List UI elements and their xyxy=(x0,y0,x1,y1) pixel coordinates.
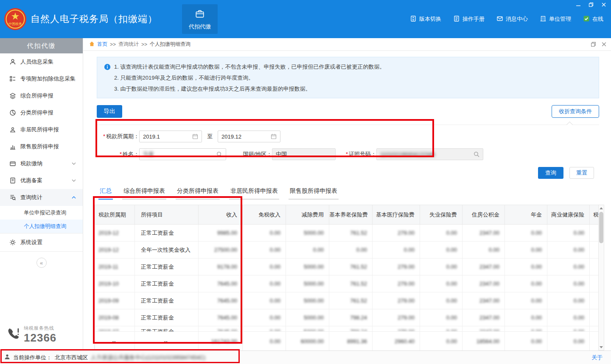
table-row[interactable]: 2019-08正常工资薪金7645.000.005000.00798.24279… xyxy=(95,309,599,326)
notice-line-2: 2. 只能查询2019年及之后的数据，不能进行跨年度查询。 xyxy=(114,72,385,83)
about-link[interactable]: 关于 xyxy=(591,354,603,361)
online-status[interactable]: 在线 xyxy=(583,15,603,23)
list-grid-icon xyxy=(9,75,16,82)
table-cell: 761.52 xyxy=(329,275,373,292)
reset-button[interactable]: 重置 xyxy=(569,167,594,179)
current-unit-detail: 人力资源公共服务中心(12110102395847454C) xyxy=(91,354,205,361)
table-cell: 2347.00 xyxy=(462,309,505,326)
id-number-input[interactable]: 110102199304122345 xyxy=(376,148,483,160)
sidebar-item-personnel-info[interactable]: 人员信息采集 xyxy=(0,53,83,70)
col-header[interactable]: 基本医疗保险费 xyxy=(373,205,420,225)
col-header[interactable]: 年金 xyxy=(505,205,547,225)
calendar-icon[interactable] xyxy=(192,133,198,139)
col-header[interactable]: 基本养老保险费 xyxy=(329,205,373,225)
version-switch-button[interactable]: 版本切换 xyxy=(410,15,441,23)
col-header[interactable]: 税延养老保险 xyxy=(590,205,599,225)
sidebar-item-tax-payment[interactable]: 税款缴纳 xyxy=(0,155,83,172)
statusbar: 当前操作单位：北京市西城区人力资源公共服务中心(1211010239584745… xyxy=(0,350,611,364)
sidebar-item-system-settings[interactable]: 系统设置 xyxy=(0,233,83,252)
sidebar-item-preferential-filing[interactable]: 优惠备案 xyxy=(0,172,83,189)
sidebar-item-comprehensive-income[interactable]: 综合所得申报 xyxy=(0,87,83,104)
table-row[interactable]: 2019-09正常工资薪金7645.000.005000.00761.52279… xyxy=(95,292,599,309)
sidebar-item-query-statistics[interactable]: 查询统计 xyxy=(0,189,83,206)
col-header[interactable]: 失业保险费 xyxy=(420,205,462,225)
calendar-icon[interactable] xyxy=(271,133,277,139)
query-statistics-icon xyxy=(9,194,16,201)
table-cell: 0.00 xyxy=(590,332,599,351)
table-cell: 2347.00 xyxy=(462,326,505,332)
export-button[interactable]: 导出 xyxy=(97,105,122,118)
table-row[interactable]: 2019-10正常工资薪金7645.000.005000.00761.52279… xyxy=(95,275,599,292)
unit-management-button[interactable]: 单位管理 xyxy=(540,15,571,23)
search-icon[interactable] xyxy=(216,151,222,157)
col-header[interactable]: 商业健康保险 xyxy=(547,205,590,225)
topbar-actions: 版本切换 操作手册 消息中心 xyxy=(410,15,603,23)
nationality-label: 国籍/地区： xyxy=(226,150,272,158)
vertical-scroll-thumb[interactable] xyxy=(599,212,603,243)
tab-classified-income[interactable]: 分类所得申报表 xyxy=(176,187,220,200)
table-row[interactable]: 2019-12全年一次性奖金收入27500.000.000.000.000.00… xyxy=(95,242,599,258)
hotline-label: 纳税服务热线 xyxy=(24,325,56,331)
table-cell: 0.00 xyxy=(547,225,590,242)
table-cell: 0.00 xyxy=(420,275,462,292)
period-from-input[interactable]: 2019.1 xyxy=(139,131,202,142)
tab-summary[interactable]: 汇总 xyxy=(98,187,113,200)
table-row[interactable]: 2019-11正常工资薪金9178.000.005000.00761.52279… xyxy=(95,258,599,275)
col-header[interactable]: 减除费用 xyxy=(286,205,329,225)
sidebar-item-special-deduction[interactable]: 专项附加扣除信息采集 xyxy=(0,70,83,87)
tax-bureau-logo: 中国税务 xyxy=(3,7,27,31)
table-cell: 798.24 xyxy=(329,309,373,326)
nationality-input[interactable]: 中国 xyxy=(272,148,336,160)
sidebar-subitem-personal-withholding-query[interactable]: 个人扣缴明细查询 xyxy=(0,220,83,233)
manual-button[interactable]: 操作手册 xyxy=(453,15,485,23)
table-cell: 正常工资薪金 xyxy=(135,292,199,309)
sidebar-item-classified-income[interactable]: 分类所得申报 xyxy=(0,104,83,121)
table-cell: 9985.00 xyxy=(199,225,243,242)
tab-comprehensive-income[interactable]: 综合所得申报表 xyxy=(122,187,166,200)
scroll-down-arrow[interactable] xyxy=(599,344,604,350)
sidebar-header: 代扣代缴 xyxy=(0,38,83,53)
tab-withholding-module[interactable]: 代扣代缴 xyxy=(182,4,218,34)
toggle-query-conditions-button[interactable]: 收折查询条件 xyxy=(552,105,599,118)
tab-restricted-shares[interactable]: 限售股所得申报表 xyxy=(289,187,339,200)
col-header[interactable]: 免税收入 xyxy=(243,205,286,225)
search-button[interactable]: 查询 xyxy=(538,167,563,179)
current-unit-public: 北京市西城区 xyxy=(55,354,88,361)
col-header[interactable]: 所得项目 xyxy=(135,205,199,225)
sidebar-item-restricted-shares[interactable]: 限售股所得申报 xyxy=(0,138,83,155)
breadcrumb-home[interactable]: 首页 xyxy=(97,41,107,48)
col-header[interactable]: 住房公积金 xyxy=(462,205,505,225)
table-cell: 0.00 xyxy=(547,326,590,332)
results-area: 税款所属期 所得项目 收入 免税收入 减除费用 基本养老保险费 基本医疗保险费 … xyxy=(94,205,611,350)
sidebar-subitem-unit-declaration-query[interactable]: 单位申报记录查询 xyxy=(0,206,83,220)
breadcrumb-level1[interactable]: 查询统计 xyxy=(118,41,139,48)
search-icon[interactable] xyxy=(474,151,479,157)
table-cell: 0.00 xyxy=(243,332,286,351)
table-cell: 5000.00 xyxy=(286,258,329,275)
hotline-number: 12366 xyxy=(24,331,56,345)
sidebar-item-nonresident-income[interactable]: 非居民所得申报 xyxy=(0,121,83,138)
message-center-button[interactable]: 消息中心 xyxy=(496,15,528,23)
col-header[interactable]: 收入 xyxy=(199,205,243,225)
chevron-down-icon xyxy=(72,179,76,182)
panel-close-icon[interactable] xyxy=(601,42,607,47)
col-header[interactable]: 税款所属期 xyxy=(95,205,135,225)
table-cell: 0.00 xyxy=(462,242,505,258)
sidebar-collapse-button[interactable]: « xyxy=(36,258,47,268)
tab-nonresident-income[interactable]: 非居民所得申报表 xyxy=(229,187,279,200)
table-summary-row[interactable]: ----161743.000.0060000.008991.362960.400… xyxy=(95,332,599,351)
table-row[interactable]: 2019-12正常工资薪金9985.000.005000.00761.52279… xyxy=(95,225,599,242)
person-icon xyxy=(9,58,16,65)
period-to-input[interactable]: 2019.12 xyxy=(218,131,280,142)
table-row-partial[interactable]: 2019-07正常工资薪金7645.000.005000.00798.24279… xyxy=(95,326,599,332)
result-tabs: 汇总 综合所得申报表 分类所得申报表 非居民所得申报表 限售股所得申报表 xyxy=(98,187,611,200)
scroll-up-arrow[interactable] xyxy=(599,205,604,211)
vertical-scrollbar[interactable] xyxy=(598,205,604,350)
nationality-value: 中国 xyxy=(276,150,332,158)
table-cell: 2019-10 xyxy=(95,275,135,292)
gear-icon xyxy=(9,239,16,246)
sidebar-item-label: 非居民所得申报 xyxy=(20,126,59,133)
name-input[interactable]: 马某 xyxy=(139,148,226,160)
panel-restore-icon[interactable] xyxy=(591,42,596,47)
app-title: 自然人电子税务局（扣缴端） xyxy=(31,13,157,25)
